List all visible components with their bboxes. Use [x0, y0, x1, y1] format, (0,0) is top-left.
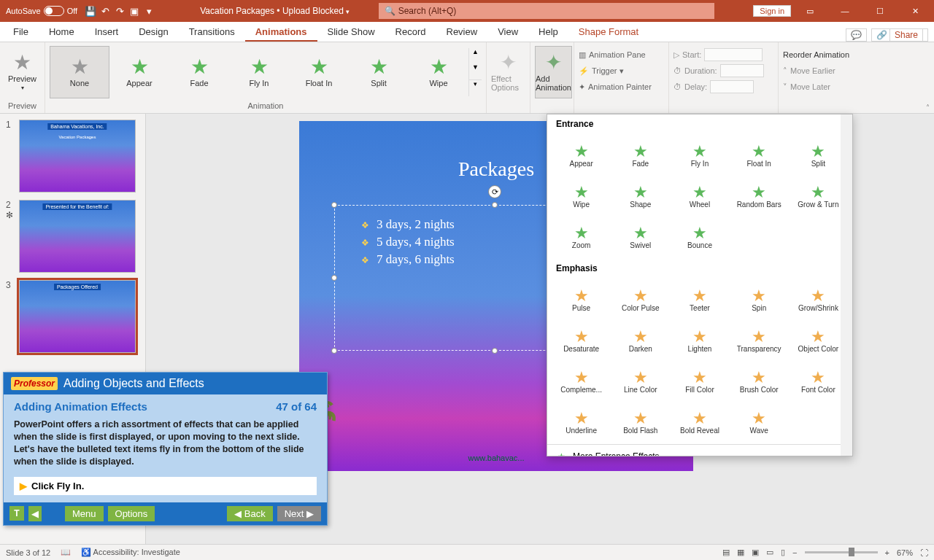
spellcheck-icon[interactable]: 📖 [61, 548, 71, 557]
entrance-grow-turn[interactable]: ★Grow & Turn [789, 176, 848, 217]
emphasis-grow-shrink[interactable]: ★Grow/Shrink [789, 279, 848, 320]
tutorial-menu-button[interactable]: Menu [65, 506, 104, 521]
maximize-icon[interactable]: ☐ [864, 0, 896, 22]
more-more-entrance-effects-[interactable]: ★More Entrance Effects... [547, 448, 852, 456]
entrance-fade[interactable]: ★Fade [611, 135, 670, 176]
anim-none[interactable]: ★None [50, 46, 109, 98]
reading-view-icon[interactable]: ▭ [766, 548, 773, 557]
accessibility-status[interactable]: ♿ Accessibility: Investigate [81, 548, 180, 557]
thumbnail-3[interactable]: 3Packages Offered [6, 280, 139, 353]
emphasis-bold-flash[interactable]: ★Bold Flash [611, 402, 670, 443]
animation-pane-button[interactable]: ▥ Animation Pane [579, 47, 664, 63]
entrance-appear[interactable]: ★Appear [552, 135, 611, 176]
autosave-toggle[interactable]: AutoSave Off [0, 6, 83, 16]
trigger-button[interactable]: ⚡ Trigger ▾ [579, 63, 664, 79]
tab-record[interactable]: Record [385, 23, 436, 42]
animation-gallery-more[interactable]: ▲▼▾ [468, 48, 482, 96]
timing-duration[interactable]: ⏱ Duration: [674, 63, 773, 79]
collapse-ribbon-icon[interactable]: ˄ [926, 104, 930, 112]
minimize-icon[interactable]: — [829, 0, 861, 22]
emphasis-transparency[interactable]: ★Transparency [730, 320, 789, 361]
comments-button[interactable]: 💬 [846, 28, 867, 42]
anim-fly-in[interactable]: ★Fly In [229, 46, 289, 98]
undo-icon[interactable]: ↶ [98, 6, 112, 17]
emphasis-object-color[interactable]: ★Object Color [789, 320, 848, 361]
tab-help[interactable]: Help [528, 23, 568, 42]
zoom-out-icon[interactable]: − [792, 548, 797, 557]
tutorial-next-button[interactable]: Next ▶ [277, 506, 321, 521]
effect-options-button[interactable]: ✦Effect Options [491, 46, 525, 98]
emphasis-brush-color[interactable]: ★Brush Color [730, 361, 789, 402]
emphasis-lighten[interactable]: ★Lighten [670, 320, 729, 361]
search-box[interactable]: 🔍 Search (Alt+Q) [379, 3, 714, 19]
slideshow-icon[interactable]: ▣ [127, 6, 142, 17]
sorter-view-icon[interactable]: ▣ [752, 548, 759, 557]
emphasis-bold-reveal[interactable]: ★Bold Reveal [670, 402, 729, 443]
emphasis-pulse[interactable]: ★Pulse [552, 279, 611, 320]
tab-insert[interactable]: Insert [85, 23, 129, 42]
emphasis-fill-color[interactable]: ★Fill Color [670, 361, 729, 402]
tab-review[interactable]: Review [436, 23, 488, 42]
tutorial-t-button[interactable]: T [9, 506, 24, 521]
timing-delay[interactable]: ⏱ Delay: [674, 79, 773, 95]
entrance-wheel[interactable]: ★Wheel [670, 176, 729, 217]
entrance-shape[interactable]: ★Shape [611, 176, 670, 217]
preview-button[interactable]: ★Preview▾ [4, 46, 40, 98]
move-earlier-button[interactable]: ˄ Move Earlier [783, 63, 884, 79]
emphasis-font-color[interactable]: ★Font Color [789, 361, 848, 402]
entrance-bounce[interactable]: ★Bounce [670, 217, 729, 257]
thumbnail-1[interactable]: 1Bahama Vacations, Inc.Vacation Packages [6, 120, 139, 192]
tutorial-prev-icon[interactable]: ◀ [28, 506, 42, 521]
zoom-slider[interactable] [805, 551, 878, 553]
move-later-button[interactable]: ˅ Move Later [783, 79, 884, 95]
tab-slide-show[interactable]: Slide Show [317, 23, 385, 42]
emphasis-teeter[interactable]: ★Teeter [670, 279, 729, 320]
zoom-in-icon[interactable]: + [885, 548, 889, 557]
tab-file[interactable]: File [3, 23, 39, 42]
entrance-fly-in[interactable]: ★Fly In [670, 135, 729, 176]
rotate-handle-icon[interactable]: ⟳ [488, 185, 501, 198]
entrance-wipe[interactable]: ★Wipe [552, 176, 611, 217]
emphasis-line-color[interactable]: ★Line Color [611, 361, 670, 402]
entrance-split[interactable]: ★Split [789, 135, 848, 176]
tab-home[interactable]: Home [39, 23, 85, 42]
tab-view[interactable]: View [487, 23, 528, 42]
tab-design[interactable]: Design [128, 23, 178, 42]
qat-more-icon[interactable]: ▾ [142, 6, 156, 17]
scrollbar[interactable] [841, 114, 852, 456]
entrance-zoom[interactable]: ★Zoom [552, 217, 611, 257]
tutorial-back-button[interactable]: ◀ Back [227, 506, 273, 521]
anim-float-in[interactable]: ★Float In [289, 46, 349, 98]
emphasis-spin[interactable]: ★Spin [730, 279, 789, 320]
tab-shape-format[interactable]: Shape Format [568, 23, 649, 42]
close-icon[interactable]: ✕ [899, 0, 931, 22]
emphasis-color-pulse[interactable]: ★Color Pulse [611, 279, 670, 320]
share-button[interactable]: 🔗 Share [871, 28, 928, 42]
emphasis-wave[interactable]: ★Wave [730, 402, 789, 443]
notes-button[interactable]: ▤ [722, 548, 730, 557]
animation-painter-button[interactable]: ✦ Animation Painter [579, 79, 664, 95]
redo-icon[interactable]: ↷ [112, 6, 127, 17]
tutorial-options-button[interactable]: Options [108, 506, 155, 521]
timing-start[interactable]: ▷ Start: [674, 47, 773, 63]
emphasis-darken[interactable]: ★Darken [611, 320, 670, 361]
emphasis-underline[interactable]: ★Underline [552, 402, 611, 443]
thumbnail-2[interactable]: 2✻Presented for the Benefit of: [6, 200, 139, 273]
emphasis-compleme-[interactable]: ★Compleme... [552, 361, 611, 402]
add-animation-button[interactable]: ✦Add Animation [535, 46, 572, 98]
anim-split[interactable]: ★Split [349, 46, 409, 98]
tab-animations[interactable]: Animations [245, 23, 317, 42]
normal-view-icon[interactable]: ▦ [737, 548, 744, 557]
anim-wipe[interactable]: ★Wipe [409, 46, 468, 98]
tab-transitions[interactable]: Transitions [179, 23, 245, 42]
zoom-level[interactable]: 67% [897, 548, 913, 557]
sign-in-button[interactable]: Sign in [753, 5, 791, 17]
entrance-swivel[interactable]: ★Swivel [611, 217, 670, 257]
slideshow-view-icon[interactable]: ▯ [781, 548, 785, 557]
fit-window-icon[interactable]: ⛶ [920, 548, 928, 557]
entrance-float-in[interactable]: ★Float In [730, 135, 789, 176]
save-icon[interactable]: 💾 [83, 6, 98, 17]
slide-indicator[interactable]: Slide 3 of 12 [6, 548, 50, 557]
entrance-random-bars[interactable]: ★Random Bars [730, 176, 789, 217]
ribbon-options-icon[interactable]: ▭ [794, 0, 826, 22]
